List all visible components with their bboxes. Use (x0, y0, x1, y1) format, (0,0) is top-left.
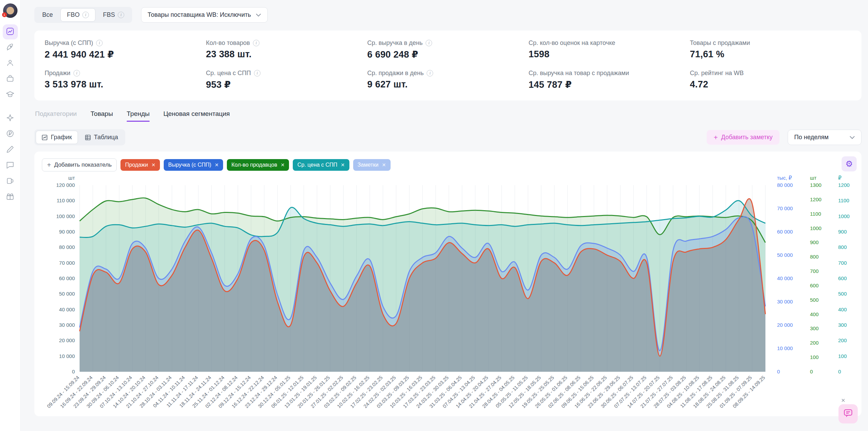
svg-text:0: 0 (777, 369, 780, 374)
stat-cell: Выручка (с СПП)i 2 441 940 421 ₽ (45, 39, 206, 60)
filter-all-label: Все (42, 11, 53, 19)
metric-chip-notes[interactable]: Заметки✕ (353, 159, 391, 171)
close-icon[interactable]: ✕ (281, 162, 285, 168)
stat-label: Ср. кол-во оценок на карточке (529, 39, 690, 47)
svg-text:тыс, ₽: тыс, ₽ (777, 175, 792, 181)
svg-text:10 000: 10 000 (59, 353, 75, 359)
supplier-filter-dropdown[interactable]: Товары поставщика WB: Исключить (141, 7, 268, 23)
metric-chip-avg-price[interactable]: Ср. цена с СПП✕ (293, 159, 349, 171)
tab-trends[interactable]: Тренды (127, 110, 150, 122)
view-toggle: График Таблица (34, 129, 125, 145)
svg-text:80 000: 80 000 (777, 182, 793, 188)
add-note-label: Добавить заметку (721, 134, 773, 141)
chat-bubble-icon (843, 408, 853, 420)
controls-right: + Добавить заметку По неделям (707, 130, 861, 145)
close-icon[interactable]: ✕ (841, 397, 845, 404)
svg-text:1200: 1200 (838, 182, 849, 188)
stat-label: Кол-во товаровi (206, 39, 367, 47)
filter-fbs-label: FBS (103, 11, 115, 19)
metric-chip-revenue[interactable]: Выручка (с СПП)✕ (164, 159, 223, 171)
notification-badge: 1 (2, 12, 7, 17)
metric-chips-row: + Добавить показатель Продажи✕ Выручка (… (42, 158, 857, 171)
add-metric-button[interactable]: + Добавить показатель (42, 158, 117, 171)
filter-fbs[interactable]: FBSi (96, 8, 131, 22)
info-icon[interactable]: i (118, 12, 124, 18)
sidebar-item-finance[interactable] (3, 127, 18, 142)
close-icon[interactable]: ✕ (341, 162, 345, 168)
close-icon[interactable]: ✕ (215, 162, 219, 168)
sidebar-item-profile[interactable] (3, 56, 18, 71)
svg-text:500: 500 (810, 297, 819, 303)
sidebar-item-chat[interactable] (3, 158, 18, 173)
chart-settings-button[interactable]: ⚙ (842, 156, 857, 171)
stat-label: Ср. цена с СППi (206, 70, 367, 77)
svg-text:500: 500 (838, 291, 847, 297)
svg-text:100 000: 100 000 (56, 213, 75, 219)
sidebar-item-notes[interactable] (3, 142, 18, 157)
view-table-label: Таблица (94, 134, 118, 141)
sidebar-item-favorites[interactable] (3, 111, 18, 126)
info-icon[interactable]: i (73, 70, 80, 76)
period-label: По неделям (794, 134, 829, 141)
svg-text:100: 100 (838, 353, 847, 359)
svg-text:1000: 1000 (838, 213, 849, 219)
svg-text:0: 0 (838, 369, 841, 374)
sidebar-item-mug[interactable] (3, 174, 18, 189)
svg-text:1100: 1100 (810, 211, 821, 217)
person-icon (6, 59, 14, 69)
support-chat-button[interactable] (838, 404, 858, 423)
bag-icon (6, 74, 14, 84)
sidebar-item-rocket[interactable] (3, 40, 18, 55)
info-icon[interactable]: i (426, 40, 432, 46)
view-table-button[interactable]: Таблица (79, 131, 124, 144)
metric-chip-sellers[interactable]: Кол-во продавцов✕ (227, 159, 289, 171)
plus-icon: + (714, 134, 718, 141)
trends-chart[interactable]: 010 00020 00030 00040 00050 00060 00070 … (38, 173, 857, 414)
info-icon[interactable]: i (253, 40, 259, 46)
sparkle-icon (6, 113, 14, 123)
stat-cell: Ср. цена с СППi 953 ₽ (206, 70, 367, 90)
close-icon[interactable]: ✕ (382, 162, 386, 168)
fulfillment-filter-group: Все FBOi FBSi (34, 7, 132, 23)
svg-text:30 000: 30 000 (777, 299, 793, 304)
sidebar-item-analytics[interactable] (3, 24, 18, 39)
view-chart-button[interactable]: График (36, 131, 78, 144)
stat-cell: Ср. продажи в деньi 9 627 шт. (367, 70, 529, 90)
stat-label: Ср. выручка в деньi (367, 39, 529, 47)
info-icon[interactable]: i (427, 70, 433, 76)
sidebar-item-education[interactable] (3, 87, 18, 103)
svg-text:50 000: 50 000 (59, 291, 75, 297)
sidebar-item-gifts[interactable] (3, 190, 18, 205)
chip-label: Заметки (358, 162, 379, 168)
stat-cell: Ср. выручка на товар с продажами 145 787… (529, 70, 690, 90)
tab-subcategories[interactable]: Подкатегории (35, 110, 77, 122)
period-select[interactable]: По неделям (788, 130, 861, 145)
close-icon[interactable]: ✕ (151, 162, 155, 168)
pencil-icon (6, 145, 14, 155)
section-tabs: Подкатегории Товары Тренды Ценовая сегме… (35, 110, 861, 122)
metric-chip-sales[interactable]: Продажи✕ (120, 159, 160, 171)
sidebar-item-bag[interactable] (3, 72, 18, 87)
logo-avatar[interactable]: 1 (3, 3, 18, 18)
svg-text:400: 400 (838, 307, 847, 312)
view-chart-label: График (51, 134, 72, 141)
info-icon[interactable]: i (96, 40, 103, 46)
info-icon[interactable]: i (82, 12, 89, 18)
stat-value: 71,61 % (690, 49, 851, 60)
svg-text:1000: 1000 (810, 225, 821, 231)
svg-text:1200: 1200 (810, 196, 821, 202)
stats-panel: Выручка (с СПП)i 2 441 940 421 ₽Кол-во т… (34, 31, 861, 100)
add-note-button[interactable]: + Добавить заметку (707, 130, 779, 145)
svg-text:20 000: 20 000 (777, 322, 793, 328)
filter-all[interactable]: Все (36, 8, 59, 22)
tab-products[interactable]: Товары (91, 110, 113, 122)
stat-value: 4.72 (690, 79, 851, 90)
stat-label: Ср. продажи в деньi (367, 70, 529, 77)
info-icon[interactable]: i (254, 70, 261, 76)
svg-text:900: 900 (838, 229, 847, 235)
filter-fbo[interactable]: FBOi (60, 8, 95, 22)
stat-value: 1598 (529, 49, 690, 60)
ruble-icon (6, 129, 14, 139)
trends-chart-card: + Добавить показатель Продажи✕ Выручка (… (34, 152, 861, 416)
tab-price-segmentation[interactable]: Ценовая сегментация (163, 110, 230, 122)
